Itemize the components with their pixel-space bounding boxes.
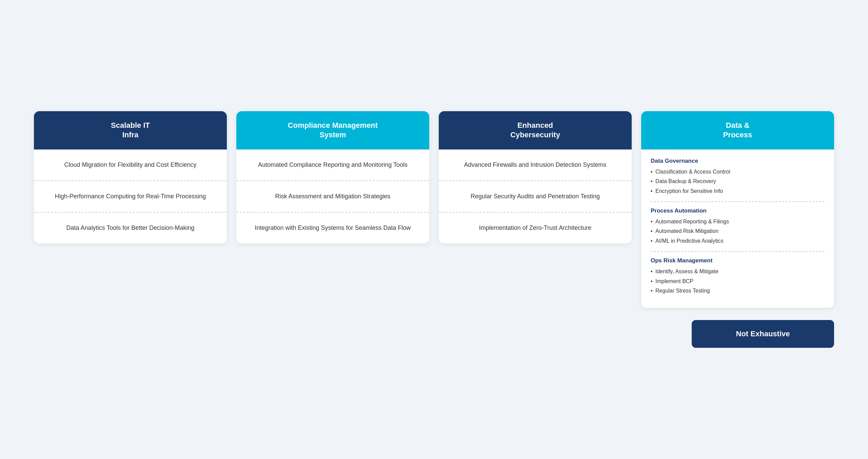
bullet-item-pa-1: Automated Risk Mitigation	[651, 226, 825, 236]
card-item-3-0: Advanced Firewalls and Intrusion Detecti…	[439, 149, 632, 181]
bullet-item-dg-1: Data Backup & Recovery	[651, 177, 825, 186]
card-header-data-process: Data & Process	[641, 111, 834, 149]
card-body-cybersecurity: Advanced Firewalls and Intrusion Detecti…	[439, 149, 632, 243]
card-header-cybersecurity: Enhanced Cybersecurity	[439, 111, 632, 149]
bullet-item-pa-0: Automated Reporting & Filings	[651, 217, 825, 226]
section-process-automation: Process Automation Automated Reporting &…	[651, 207, 825, 252]
bullet-list-ops-risk: Identify, Assess & Mitigate Implement BC…	[651, 267, 825, 296]
section-title-data-governance: Data Governance	[651, 158, 825, 164]
section-title-ops-risk: Ops Risk Management	[651, 257, 825, 264]
section-ops-risk: Ops Risk Management Identify, Assess & M…	[651, 257, 825, 301]
card-title-data-process: Data & Process	[649, 121, 826, 140]
section-data-governance: Data Governance Classification & Access …	[651, 158, 825, 202]
cards-row: Scalable IT Infra Cloud Migration for Fl…	[34, 111, 834, 308]
card-body-data-process: Data Governance Classification & Access …	[641, 149, 834, 308]
card-item-2-0: Automated Compliance Reporting and Monit…	[236, 149, 429, 181]
card-item-1-1: High-Performance Computing for Real-Time…	[34, 181, 227, 213]
bullet-item-dg-2: Encryption for Sensitive Info	[651, 186, 825, 196]
section-title-process-automation: Process Automation	[651, 207, 825, 214]
card-header-compliance: Compliance Management System	[236, 111, 429, 149]
card-item-1-2: Data Analytics Tools for Better Decision…	[34, 213, 227, 243]
card-data-process: Data & Process Data Governance Classific…	[641, 111, 834, 308]
not-exhaustive-wrapper: Not Exhaustive	[34, 320, 834, 348]
page-wrapper: Scalable IT Infra Cloud Migration for Fl…	[7, 91, 861, 368]
card-cybersecurity: Enhanced Cybersecurity Advanced Firewall…	[439, 111, 632, 243]
card-item-2-2: Integration with Existing Systems for Se…	[236, 213, 429, 243]
card-header-scalable-it: Scalable IT Infra	[34, 111, 227, 149]
card-item-1-0: Cloud Migration for Flexibility and Cost…	[34, 149, 227, 181]
bullet-item-or-0: Identify, Assess & Mitigate	[651, 267, 825, 276]
bullet-item-or-1: Implement BCP	[651, 277, 825, 286]
card-scalable-it: Scalable IT Infra Cloud Migration for Fl…	[34, 111, 227, 243]
card-title-scalable-it: Scalable IT Infra	[42, 121, 219, 140]
card-title-cybersecurity: Enhanced Cybersecurity	[447, 121, 624, 140]
card-item-3-2: Implementation of Zero-Trust Architectur…	[439, 213, 632, 243]
card-item-2-1: Risk Assessment and Mitigation Strategie…	[236, 181, 429, 213]
card-title-compliance: Compliance Management System	[244, 121, 421, 140]
card-item-3-1: Regular Security Audits and Penetration …	[439, 181, 632, 213]
bullet-item-pa-2: AI/ML in Predictive Analytics	[651, 236, 825, 246]
card-body-compliance: Automated Compliance Reporting and Monit…	[236, 149, 429, 243]
card-body-scalable-it: Cloud Migration for Flexibility and Cost…	[34, 149, 227, 243]
bullet-list-process-automation: Automated Reporting & Filings Automated …	[651, 217, 825, 246]
card-compliance: Compliance Management System Automated C…	[236, 111, 429, 243]
bullet-item-or-2: Regular Stress Testing	[651, 286, 825, 296]
bullet-item-dg-0: Classification & Access Control	[651, 167, 825, 177]
not-exhaustive-badge: Not Exhaustive	[692, 320, 834, 348]
bullet-list-data-governance: Classification & Access Control Data Bac…	[651, 167, 825, 196]
